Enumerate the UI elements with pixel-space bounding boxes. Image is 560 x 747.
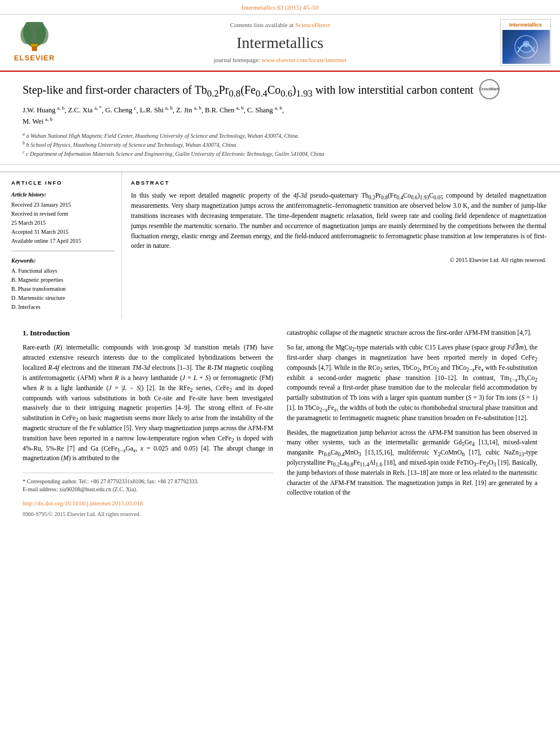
page-container: Intermetallics 63 (2015) 45–50 ELSEVIER xyxy=(0,0,560,527)
intermetallics-logo-image xyxy=(502,30,550,64)
keywords-label: Keywords: xyxy=(11,257,115,265)
elsevier-tree-icon xyxy=(15,22,54,53)
received-date: Received 23 January 2015 xyxy=(11,201,115,209)
svg-rect-4 xyxy=(31,44,38,47)
article-info-heading: ARTICLE INFO xyxy=(11,179,115,186)
issn-line: 0966-9795/© 2015 Elsevier Ltd. All right… xyxy=(23,510,273,518)
received-revised-label: Received in revised form xyxy=(11,210,115,218)
body-two-col: 1. Introduction Rare-earth (R) intermeta… xyxy=(23,328,537,518)
keyword-4: D. Martensitic structure xyxy=(11,294,115,302)
available-online: Available online 17 April 2015 xyxy=(11,237,115,245)
intro-section-title: 1. Introduction xyxy=(23,328,273,338)
article-info-col: ARTICLE INFO Article history: Received 2… xyxy=(9,172,122,319)
body-left-col: 1. Introduction Rare-earth (R) intermeta… xyxy=(23,328,273,518)
svg-rect-0 xyxy=(32,47,37,51)
svg-point-2 xyxy=(20,26,33,45)
copyright-line: © 2015 Elsevier Ltd. All rights reserved… xyxy=(131,256,546,265)
journal-title: Intermetallics xyxy=(65,32,495,54)
abstract-text: In this study we report detailed magneti… xyxy=(131,191,546,265)
article-title: Step-like and first-order characters of … xyxy=(23,82,474,98)
sciencedirect-line: Contents lists available at ScienceDirec… xyxy=(65,21,495,29)
sciencedirect-link[interactable]: ScienceDirect xyxy=(295,21,330,28)
divider xyxy=(11,251,115,251)
main-body: 1. Introduction Rare-earth (R) intermeta… xyxy=(0,319,560,527)
svg-point-3 xyxy=(36,26,49,45)
right-paragraph-2: So far, among the MgCu2-type materials w… xyxy=(287,343,537,423)
doi-section: http://dx.doi.org/10.1016/j.intermet.201… xyxy=(23,498,273,508)
journal-reference: Intermetallics 63 (2015) 45–50 xyxy=(242,4,319,11)
received-revised-date: 25 March 2015 xyxy=(11,219,115,227)
intermetallics-graphic-icon xyxy=(512,33,540,61)
elsevier-logo: ELSEVIER xyxy=(9,22,60,63)
keyword-1: A. Functional alloys xyxy=(11,267,115,275)
keyword-2: B. Magnetic properties xyxy=(11,276,115,284)
intermetallics-logo-box: Intermetallics xyxy=(500,19,551,66)
right-paragraph-1: catastrophic collapse of the magnetic st… xyxy=(287,328,537,338)
right-paragraph-3: Besides, the magnetization jump behavior… xyxy=(287,428,537,499)
article-history-label: Article history: xyxy=(11,191,115,199)
top-bar: Intermetallics 63 (2015) 45–50 xyxy=(0,0,560,15)
footnote-section: * Corresponding author. Tel.: +86 27 877… xyxy=(23,473,273,493)
keyword-3: B. Phase transformation xyxy=(11,285,115,293)
crossmark: CrossMark xyxy=(479,79,500,99)
elsevier-label: ELSEVIER xyxy=(14,53,55,63)
homepage-url[interactable]: www.elsevier.com/locate/intermet xyxy=(261,56,346,63)
email-line: E-mail address: xia90208@hust.edu.cn (Z.… xyxy=(23,486,273,493)
keyword-5: D. Interfaces xyxy=(11,303,115,311)
affiliations: a a Wuhan National High Magnetic Field C… xyxy=(23,132,537,159)
journal-homepage: journal homepage: www.elsevier.com/locat… xyxy=(65,56,495,64)
svg-point-7 xyxy=(523,41,530,47)
abstract-col: ABSTRACT In this study we report detaile… xyxy=(122,172,551,319)
journal-header: ELSEVIER Contents lists available at Sci… xyxy=(0,15,560,72)
authors-line: J.W. Huang a, b, Z.C. Xia a, *, G. Cheng… xyxy=(23,104,537,127)
journal-center: Contents lists available at ScienceDirec… xyxy=(65,21,495,65)
article-title-section: Step-like and first-order characters of … xyxy=(0,72,560,165)
doi-link[interactable]: http://dx.doi.org/10.1016/j.intermet.201… xyxy=(23,500,143,506)
intro-paragraph-1: Rare-earth (R) intermetallic compounds w… xyxy=(23,343,273,464)
article-info-abstract-section: ARTICLE INFO Article history: Received 2… xyxy=(0,172,560,319)
abstract-heading: ABSTRACT xyxy=(131,179,546,186)
accepted-date: Accepted 31 March 2015 xyxy=(11,228,115,236)
corresponding-author: * Corresponding author. Tel.: +86 27 877… xyxy=(23,478,273,486)
body-right-col: catastrophic collapse of the magnetic st… xyxy=(287,328,537,518)
